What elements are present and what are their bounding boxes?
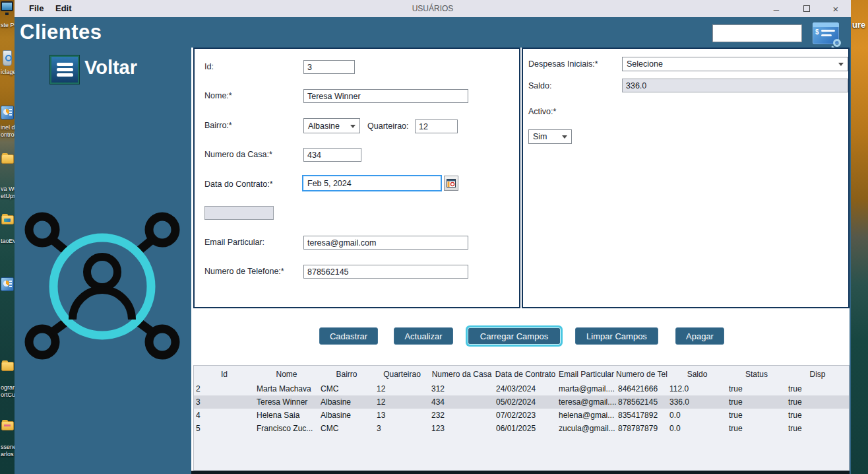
table-cell: true xyxy=(727,424,786,433)
finance-search-icon[interactable]: $ xyxy=(813,22,839,44)
table-cell: Albasine xyxy=(319,397,375,407)
telefone-field[interactable] xyxy=(303,265,468,279)
column-header[interactable]: Numero de Tel... xyxy=(616,370,667,379)
quarteirao-label: Quarteirao: xyxy=(367,121,409,131)
table-row[interactable]: 3 Teresa Winner Albasine 12 434 05/02/20… xyxy=(194,395,849,409)
cadastrar-button[interactable]: Cadastrar xyxy=(319,327,378,345)
table-cell: 0.0 xyxy=(667,411,727,420)
folder-icon[interactable] xyxy=(1,362,14,371)
table-cell: 05/02/2024 xyxy=(494,397,557,407)
table-cell: true xyxy=(786,384,849,393)
folder-icon[interactable] xyxy=(1,421,14,430)
minimize-icon: – xyxy=(774,3,779,15)
desktop-icon-label: ssene xyxy=(1,444,15,450)
desktop-icon-label: taoEv xyxy=(1,238,15,244)
chevron-down-icon xyxy=(838,63,844,66)
table-cell: 312 xyxy=(429,384,494,393)
table-cell: 232 xyxy=(429,411,494,420)
data-contrato-input[interactable] xyxy=(303,176,441,190)
column-header[interactable]: Numero da Casa xyxy=(429,370,494,379)
table-cell: 2 xyxy=(194,384,255,393)
column-header[interactable]: Nome xyxy=(255,370,319,379)
table-cell: Helena Saia xyxy=(255,411,319,420)
column-header[interactable]: Email Particular xyxy=(557,370,616,379)
column-header[interactable]: Id xyxy=(194,370,255,379)
activo-select[interactable]: Sim xyxy=(528,129,572,144)
numero-casa-field[interactable] xyxy=(303,148,361,162)
column-header[interactable]: Disp xyxy=(786,370,849,379)
desktop-icon-label: ure xyxy=(852,20,865,30)
bairro-selected-value: Albasine xyxy=(308,121,340,131)
nome-field[interactable] xyxy=(303,89,468,103)
close-icon: × xyxy=(833,3,839,15)
table-cell: 3 xyxy=(375,424,429,433)
table-cell: 5 xyxy=(194,424,255,433)
maximize-icon xyxy=(803,5,810,12)
table-body: 2 Marta Machava CMC 12 312 24/03/2024 ma… xyxy=(194,382,849,435)
page-title: Clientes xyxy=(20,20,102,44)
id-field[interactable] xyxy=(303,60,355,74)
recycle-bin-icon[interactable] xyxy=(3,50,12,66)
window-title: USUÁRIOS xyxy=(15,4,851,13)
content-area: Id: Nome:* Bairro:* Albasine Quarteirao:… xyxy=(191,48,850,474)
table-cell: Teresa Winner xyxy=(255,397,319,407)
table-row[interactable]: 2 Marta Machava CMC 12 312 24/03/2024 ma… xyxy=(194,382,849,395)
folder-icon[interactable] xyxy=(1,215,14,224)
column-header[interactable]: Status xyxy=(727,370,786,379)
despesas-select[interactable]: Selecione xyxy=(622,57,848,71)
table-cell: 112.0 xyxy=(667,384,727,393)
email-label: Email Particular: xyxy=(204,238,264,247)
desktop-icon-label: ste PC xyxy=(1,22,15,28)
bairro-select[interactable]: Albasine xyxy=(303,118,360,133)
table-header: Id Nome Bairro Quarteirao Numero da Casa… xyxy=(194,366,849,382)
data-contrato-field[interactable] xyxy=(302,175,442,191)
folder-icon[interactable] xyxy=(1,154,14,164)
finance-line xyxy=(821,34,832,36)
table-cell: 835417892 xyxy=(616,411,667,420)
date-picker-button[interactable] xyxy=(444,176,458,191)
table-cell: true xyxy=(786,411,849,420)
carregar-campos-button[interactable]: Carregar Campos xyxy=(468,327,561,345)
table-row[interactable]: 4 Helena Saia Albasine 13 232 07/02/2023… xyxy=(194,409,849,422)
column-header[interactable]: Quarteirao xyxy=(375,370,429,379)
apagar-button[interactable]: Apagar xyxy=(675,327,724,345)
column-header[interactable]: Data de Contrato xyxy=(494,370,557,379)
this-pc-icon[interactable] xyxy=(1,1,13,11)
table-cell: true xyxy=(727,411,786,420)
numero-casa-label: Numero da Casa:* xyxy=(204,150,272,159)
actualizar-button[interactable]: Actualizar xyxy=(394,327,453,345)
table-cell: CMC xyxy=(319,424,375,433)
table-cell: zucula@gmail... xyxy=(557,424,616,433)
maximize-button[interactable] xyxy=(797,0,817,17)
column-header[interactable]: Saldo xyxy=(667,370,727,379)
control-panel-icon[interactable] xyxy=(1,277,14,291)
quarteirao-field[interactable] xyxy=(415,119,458,133)
desktop-icon-label: va We xyxy=(1,186,15,192)
table-cell: Francisco Zuc... xyxy=(255,424,319,433)
close-button[interactable]: × xyxy=(826,0,846,17)
despesas-label: Despesas Iniciais:* xyxy=(528,59,598,69)
back-button[interactable] xyxy=(50,55,79,84)
saldo-field xyxy=(622,79,848,92)
finance-line xyxy=(821,30,835,32)
table-row[interactable]: 5 Francisco Zuc... CMC 3 123 06/01/2025 … xyxy=(194,422,849,435)
finance-form-panel: Despesas Iniciais:* Selecione Saldo: Act… xyxy=(522,48,850,308)
hamburger-icon xyxy=(57,73,73,77)
email-field[interactable] xyxy=(303,236,468,250)
chevron-down-icon xyxy=(562,135,567,139)
chevron-down-icon xyxy=(350,125,356,128)
limpar-campos-button[interactable]: Limpar Campos xyxy=(575,327,658,345)
table-cell: 12 xyxy=(375,384,429,393)
minimize-button[interactable]: – xyxy=(766,0,786,17)
bairro-label: Bairro:* xyxy=(204,121,232,130)
id-label: Id: xyxy=(204,62,214,71)
table-cell: 07/02/2023 xyxy=(494,411,557,420)
nome-label: Nome:* xyxy=(204,91,232,100)
search-input[interactable] xyxy=(712,24,802,42)
table-cell: true xyxy=(727,397,786,407)
table-cell: 123 xyxy=(429,424,494,433)
desktop-icon-label: etUps xyxy=(1,193,15,199)
control-panel-icon[interactable] xyxy=(1,106,14,119)
magnifier-icon xyxy=(833,39,841,47)
column-header[interactable]: Bairro xyxy=(319,370,375,379)
